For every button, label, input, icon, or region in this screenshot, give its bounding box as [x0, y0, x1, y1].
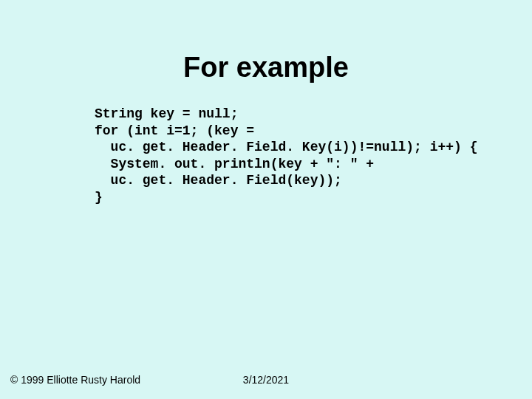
footer-copyright: © 1999 Elliotte Rusty Harold: [10, 374, 140, 386]
slide-title: For example: [0, 0, 532, 106]
footer-date: 3/12/2021: [243, 374, 289, 386]
code-block: String key = null; for (int i=1; (key = …: [0, 106, 532, 205]
